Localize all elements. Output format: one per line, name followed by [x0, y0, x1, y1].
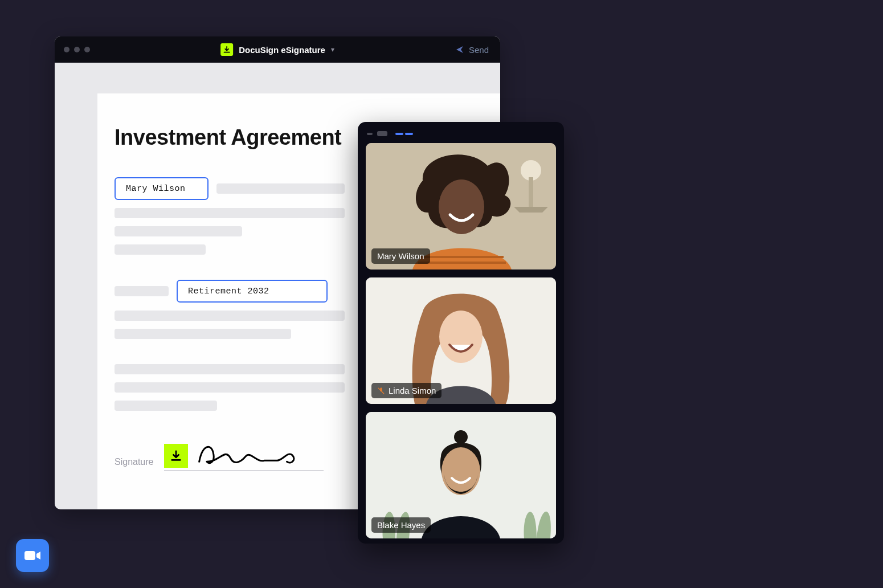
- signature-scribble: [196, 439, 304, 468]
- zoom-app-button[interactable]: [16, 539, 49, 572]
- text-placeholder: [115, 329, 291, 339]
- send-button[interactable]: Send: [455, 45, 489, 55]
- signature-area[interactable]: [164, 439, 324, 471]
- plan-field[interactable]: Retirement 2032: [177, 280, 328, 303]
- signature-label: Signature: [115, 457, 154, 471]
- participant-name-tag: Mary Wilson: [371, 248, 430, 264]
- video-camera-icon: [24, 549, 41, 562]
- participant-name: Mary Wilson: [377, 251, 424, 261]
- text-placeholder: [115, 226, 242, 236]
- svg-point-7: [454, 430, 468, 444]
- text-placeholder: [115, 401, 217, 411]
- vp-tab[interactable]: [405, 133, 413, 135]
- text-placeholder: [115, 286, 169, 296]
- svg-point-3: [439, 179, 484, 234]
- name-field-value: Mary Wilson: [126, 184, 186, 194]
- text-placeholder: [115, 364, 345, 374]
- text-placeholder: [216, 183, 345, 194]
- text-placeholder: [115, 311, 345, 321]
- participant-name: Blake Hayes: [377, 520, 425, 530]
- svg-rect-9: [24, 551, 35, 560]
- svg-point-5: [439, 311, 483, 363]
- participant-name-tag: Blake Hayes: [371, 517, 431, 533]
- vp-tab[interactable]: [395, 133, 403, 135]
- window-dot[interactable]: [64, 47, 70, 52]
- app-title-group[interactable]: DocuSign eSignature ▾: [220, 43, 334, 56]
- participant-tile[interactable]: Mary Wilson: [366, 143, 556, 270]
- participant-name-tag: Linda Simon: [371, 383, 442, 398]
- mic-muted-icon: [377, 387, 385, 395]
- app-name: DocuSign eSignature: [239, 45, 325, 55]
- window-dots: [64, 47, 90, 52]
- chevron-down-icon: ▾: [331, 46, 334, 54]
- window-dot[interactable]: [84, 47, 90, 52]
- text-placeholder: [115, 382, 345, 393]
- docusign-icon: [220, 43, 233, 56]
- vp-indicator: [377, 131, 387, 136]
- text-placeholder: [115, 208, 345, 218]
- participant-name: Linda Simon: [389, 386, 436, 395]
- vp-indicator: [367, 133, 373, 135]
- video-call-panel: Mary Wilson L: [358, 122, 564, 544]
- send-icon: [455, 45, 464, 54]
- plan-field-value: Retirement 2032: [188, 287, 269, 296]
- send-label: Send: [469, 45, 489, 55]
- participant-tile[interactable]: Blake Hayes: [366, 412, 556, 538]
- text-placeholder: [115, 244, 206, 255]
- name-field[interactable]: Mary Wilson: [115, 177, 209, 200]
- participant-tile[interactable]: Linda Simon: [366, 277, 556, 404]
- doc-titlebar: DocuSign eSignature ▾ Send: [55, 36, 500, 63]
- video-panel-header: [366, 130, 556, 143]
- window-dot[interactable]: [74, 47, 80, 52]
- svg-rect-2: [529, 177, 533, 207]
- download-icon: [164, 444, 188, 468]
- svg-point-8: [442, 447, 480, 495]
